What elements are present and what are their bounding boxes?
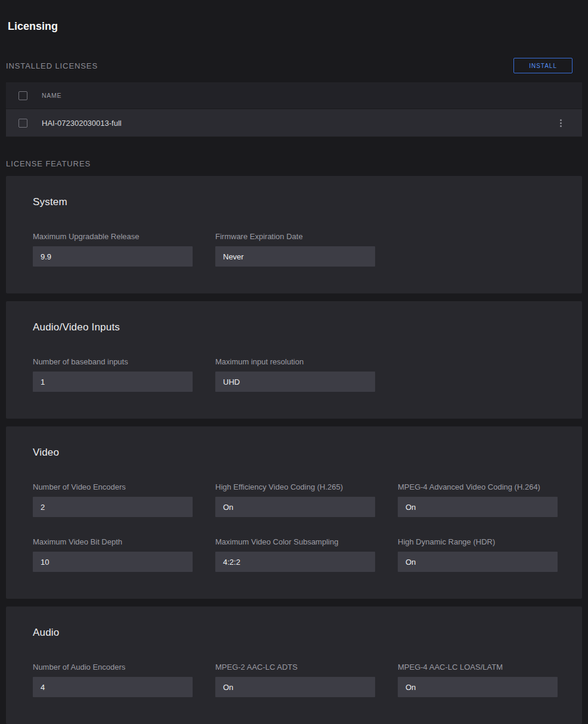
field-mpeg4-aac-lc-loas-latm: MPEG-4 AAC-LC LOAS/LATM On [398, 663, 558, 697]
panel-system: System Maximum Upgradable Release 9.9 Fi… [6, 176, 582, 293]
field-value[interactable]: On [398, 552, 558, 572]
installed-licenses-header: INSTALLED LICENSES INSTALL [6, 58, 582, 73]
field-label: Number of Video Encoders [33, 482, 193, 491]
field-high-dynamic-range-hdr: High Dynamic Range (HDR) On [398, 537, 558, 572]
field-hevc-h265: High Efficiency Video Coding (H.265) On [215, 482, 375, 517]
field-value[interactable]: On [215, 677, 375, 697]
field-value[interactable]: 9.9 [33, 246, 193, 267]
field-label: Number of baseband inputs [33, 357, 193, 366]
select-all-cell [6, 91, 42, 100]
panel-audio-video-inputs: Audio/Video Inputs Number of baseband in… [6, 301, 582, 419]
license-table-row: HAI-072302030013-full [6, 109, 582, 137]
field-label: MPEG-4 AAC-LC LOAS/LATM [398, 663, 558, 672]
panel-audio: Audio Number of Audio Encoders 4 MPEG-2 … [6, 607, 582, 724]
field-label: High Efficiency Video Coding (H.265) [215, 482, 375, 491]
install-button[interactable]: INSTALL [513, 58, 572, 73]
field-number-of-video-encoders: Number of Video Encoders 2 [33, 482, 193, 517]
panel-title: System [33, 196, 555, 208]
panel-title: Audio [33, 627, 555, 639]
field-maximum-video-bit-depth: Maximum Video Bit Depth 10 [33, 537, 193, 572]
field-value[interactable]: On [398, 497, 558, 517]
field-label: Firmware Expiration Date [215, 232, 375, 241]
field-label: MPEG-2 AAC-LC ADTS [215, 663, 375, 672]
field-value[interactable]: 2 [33, 497, 193, 517]
field-value[interactable]: 1 [33, 372, 193, 392]
field-maximum-upgradable-release: Maximum Upgradable Release 9.9 [33, 232, 193, 267]
licenses-table-header: NAME [6, 82, 582, 109]
field-label: Maximum input resolution [215, 357, 375, 366]
panel-title: Video [33, 447, 555, 459]
field-value[interactable]: UHD [215, 372, 375, 392]
field-value[interactable]: 4:2:2 [215, 552, 375, 572]
field-label: Maximum Video Bit Depth [33, 537, 193, 546]
name-column-header: NAME [42, 92, 61, 99]
panel-fields: Number of Video Encoders 2 High Efficien… [33, 482, 555, 572]
panel-fields: Maximum Upgradable Release 9.9 Firmware … [33, 232, 555, 267]
field-value[interactable]: 10 [33, 552, 193, 572]
license-name: HAI-072302030013-full [42, 119, 122, 128]
field-mpeg2-aac-lc-adts: MPEG-2 AAC-LC ADTS On [215, 663, 375, 697]
panel-fields: Number of Audio Encoders 4 MPEG-2 AAC-LC… [33, 663, 555, 697]
field-value[interactable]: 4 [33, 677, 193, 697]
page-title: Licensing [6, 20, 582, 33]
field-label: MPEG-4 Advanced Video Coding (H.264) [398, 482, 558, 491]
field-maximum-video-color-subsampling: Maximum Video Color Subsampling 4:2:2 [215, 537, 375, 572]
panel-fields: Number of baseband inputs 1 Maximum inpu… [33, 357, 555, 392]
licensing-page: Licensing INSTALLED LICENSES INSTALL NAM… [0, 0, 588, 724]
field-value[interactable]: On [398, 677, 558, 697]
kebab-menu-icon[interactable] [558, 117, 564, 129]
field-label: High Dynamic Range (HDR) [398, 537, 558, 546]
panel-title: Audio/Video Inputs [33, 321, 555, 333]
installed-licenses-section-title: INSTALLED LICENSES [6, 61, 98, 70]
field-number-of-baseband-inputs: Number of baseband inputs 1 [33, 357, 193, 392]
field-firmware-expiration-date: Firmware Expiration Date Never [215, 232, 375, 267]
licenses-table: NAME HAI-072302030013-full [6, 82, 582, 137]
field-label: Maximum Upgradable Release [33, 232, 193, 241]
select-all-checkbox[interactable] [18, 91, 27, 100]
field-label: Number of Audio Encoders [33, 663, 193, 672]
field-value[interactable]: On [215, 497, 375, 517]
row-checkbox-cell [6, 119, 42, 128]
field-label: Maximum Video Color Subsampling [215, 537, 375, 546]
field-mpeg4-avc-h264: MPEG-4 Advanced Video Coding (H.264) On [398, 482, 558, 517]
field-maximum-input-resolution: Maximum input resolution UHD [215, 357, 375, 392]
license-features-section-title: LICENSE FEATURES [6, 159, 91, 168]
license-features-header: LICENSE FEATURES [6, 159, 582, 168]
panel-video: Video Number of Video Encoders 2 High Ef… [6, 426, 582, 599]
row-checkbox[interactable] [18, 119, 27, 128]
field-value[interactable]: Never [215, 246, 375, 267]
field-number-of-audio-encoders: Number of Audio Encoders 4 [33, 663, 193, 697]
